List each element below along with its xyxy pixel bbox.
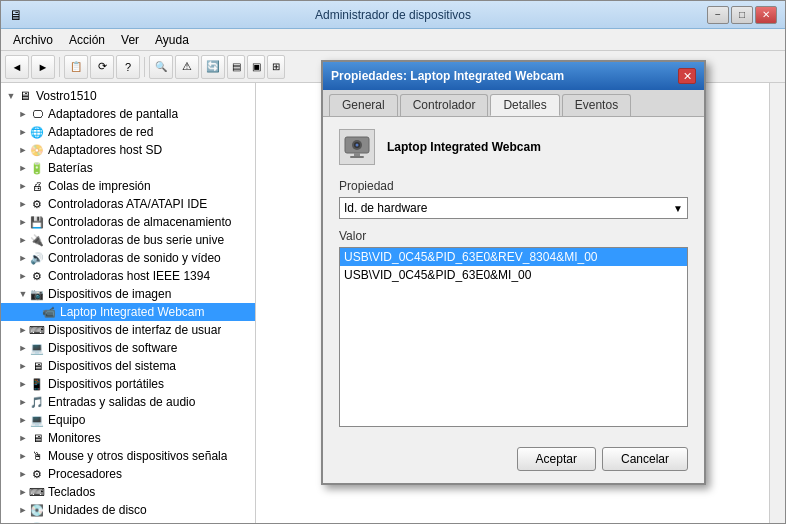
minimize-button[interactable]: −: [707, 6, 729, 24]
dialog-buttons: Aceptar Cancelar: [323, 439, 704, 483]
title-bar-controls: − □ ✕: [707, 6, 777, 24]
tab-controlador[interactable]: Controlador: [400, 94, 489, 116]
tab-detalles[interactable]: Detalles: [490, 94, 559, 116]
device-name-label: Laptop Integrated Webcam: [387, 140, 541, 154]
svg-point-5: [356, 144, 359, 147]
dialog-close-button[interactable]: ✕: [678, 68, 696, 84]
value-list: USB\VID_0C45&PID_63E0&REV_8304&MI_00 USB…: [339, 247, 688, 427]
tab-bar: General Controlador Detalles Eventos: [323, 90, 704, 117]
dialog-content: Laptop Integrated Webcam Propiedad Id. d…: [323, 117, 704, 439]
value-item-0[interactable]: USB\VID_0C45&PID_63E0&REV_8304&MI_00: [340, 248, 687, 266]
ok-button[interactable]: Aceptar: [517, 447, 596, 471]
tab-eventos[interactable]: Eventos: [562, 94, 631, 116]
dialog-overlay: Propiedades: Laptop Integrated Webcam ✕ …: [0, 0, 786, 524]
property-value: Id. de hardware: [344, 201, 427, 215]
property-dropdown[interactable]: Id. de hardware ▼: [339, 197, 688, 219]
cancel-button[interactable]: Cancelar: [602, 447, 688, 471]
dialog-title: Propiedades: Laptop Integrated Webcam: [331, 69, 564, 83]
device-icon-large: [339, 129, 375, 165]
svg-rect-4: [350, 156, 364, 158]
dropdown-arrow-icon: ▼: [673, 203, 683, 214]
device-header: Laptop Integrated Webcam: [339, 129, 688, 165]
restore-button[interactable]: □: [731, 6, 753, 24]
property-label: Propiedad: [339, 179, 688, 193]
webcam-svg-icon: [341, 131, 373, 163]
close-button[interactable]: ✕: [755, 6, 777, 24]
dialog-title-bar: Propiedades: Laptop Integrated Webcam ✕: [323, 62, 704, 90]
properties-dialog: Propiedades: Laptop Integrated Webcam ✕ …: [321, 60, 706, 485]
value-item-1[interactable]: USB\VID_0C45&PID_63E0&MI_00: [340, 266, 687, 284]
value-label: Valor: [339, 229, 688, 243]
tab-general[interactable]: General: [329, 94, 398, 116]
